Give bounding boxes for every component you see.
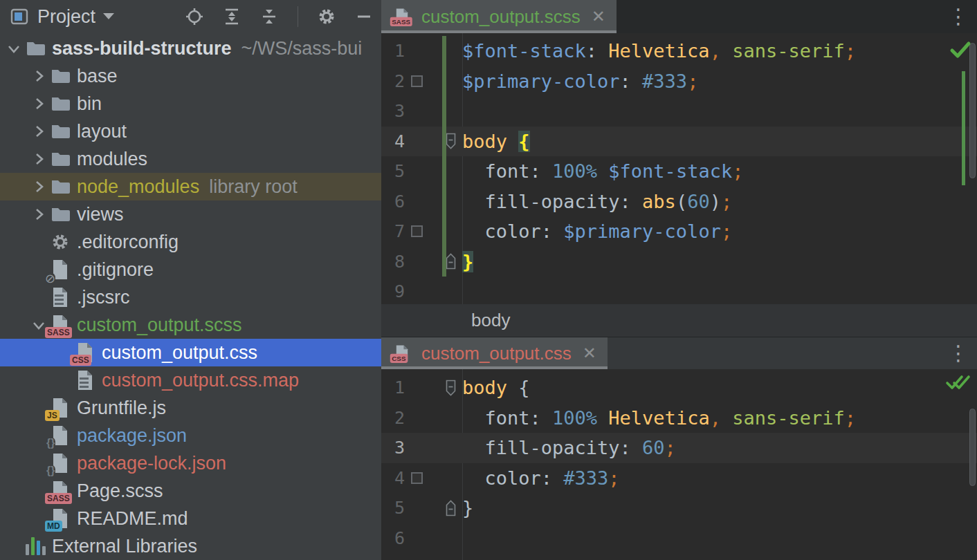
locate-icon[interactable] (184, 6, 205, 27)
line-number: 9 (381, 277, 405, 304)
inspections-ok-icon[interactable] (949, 40, 971, 62)
chevron-collapsed-icon[interactable] (28, 96, 49, 111)
code-line-3[interactable]: 3 (381, 96, 977, 127)
tree-item-modules[interactable]: modules (0, 145, 381, 173)
line-number: 7 (381, 216, 405, 247)
fold-marker-icon[interactable] (445, 252, 457, 270)
code-editor-css[interactable]: 1body {2 font: 100% Helvetica, sans-seri… (381, 369, 977, 560)
project-tree: sass-build-structure~/WS/sass-buibasebin… (0, 33, 381, 560)
tree-item-label: package.json (77, 425, 187, 447)
close-icon[interactable]: ✕ (592, 7, 605, 26)
code-text: } (462, 247, 977, 277)
chevron-collapsed-icon[interactable] (28, 179, 49, 194)
chevron-collapsed-icon[interactable] (28, 151, 49, 167)
gutter: 4 (381, 127, 462, 157)
code-line-9[interactable]: 9 (381, 277, 977, 304)
gear-icon (49, 230, 71, 254)
inspections-ok-icon[interactable] (945, 373, 971, 395)
project-view-selector[interactable]: Project (8, 5, 115, 28)
tree-item-package-lock-json[interactable]: {}package-lock.json (0, 449, 381, 477)
code-line-2[interactable]: 2$primary-color: #333; (381, 66, 977, 97)
chevron-expanded-icon[interactable] (3, 41, 24, 56)
gutter: 5 (381, 156, 462, 187)
scrollbar-thumb[interactable] (969, 409, 976, 486)
tree-item--editorconfig[interactable]: .editorconfig (0, 228, 381, 256)
chevron-collapsed-icon[interactable] (28, 207, 49, 222)
color-preview-chip[interactable] (411, 75, 423, 87)
line-number: 1 (381, 373, 405, 403)
tree-item-label: node_modules (77, 176, 199, 198)
tree-item-sass-build-structure[interactable]: sass-build-structure~/WS/sass-bui (0, 35, 381, 62)
tree-item--gitignore[interactable]: ⊘.gitignore (0, 256, 381, 283)
tree-item-node-modules[interactable]: node_moduleslibrary root (0, 173, 381, 200)
breadcrumb-item-body[interactable]: body (471, 310, 510, 331)
gutter: 3 (381, 433, 462, 463)
code-line-8[interactable]: 8} (381, 247, 977, 277)
tab-custom-output-scss[interactable]: SASS custom_output.scss ✕ (381, 0, 617, 33)
code-text: body { (462, 127, 977, 157)
tree-item-label: Gruntfile.js (77, 398, 166, 419)
tree-item--jscsrc[interactable]: .jscsrc (0, 283, 381, 311)
collapse-all-icon[interactable] (259, 6, 280, 27)
tree-item-layout[interactable]: layout (0, 118, 381, 145)
code-editor-scss[interactable]: 1$font-stack: Helvetica, sans-serif;2$pr… (381, 33, 977, 304)
settings-icon[interactable] (316, 6, 337, 27)
tree-item-base[interactable]: base (0, 62, 381, 90)
tree-item-bin[interactable]: bin (0, 90, 381, 118)
code-line-5[interactable]: 5 font: 100% $font-stack; (381, 156, 977, 187)
fold-marker-icon[interactable] (445, 379, 457, 397)
tree-item-external-libraries[interactable]: External Libraries (0, 532, 381, 560)
code-line-6[interactable]: 6 (381, 523, 977, 554)
tree-item-custom-output-scss[interactable]: SASScustom_output.scss (0, 311, 381, 339)
code-line-4[interactable]: 4 color: #333; (381, 463, 977, 494)
code-line-4[interactable]: 4body { (381, 127, 977, 157)
close-icon[interactable]: ✕ (583, 344, 596, 363)
code-line-5[interactable]: 5} (381, 493, 977, 523)
toolbar-icons (184, 6, 374, 27)
tree-item-label: custom_output.css.map (102, 370, 299, 391)
kebab-menu-icon[interactable]: ⋮ (944, 343, 973, 364)
tab-label: custom_output.css (421, 343, 572, 364)
gutter: 1 (381, 36, 462, 66)
code-line-1[interactable]: 1$font-stack: Helvetica, sans-serif; (381, 36, 977, 66)
tree-item-custom-output-css-map[interactable]: custom_output.css.map (0, 366, 381, 394)
tree-item-views[interactable]: views (0, 200, 381, 228)
color-preview-chip[interactable] (411, 472, 423, 484)
hide-icon[interactable] (354, 6, 374, 27)
file-css-icon: CSS (74, 341, 96, 364)
expand-all-icon[interactable] (221, 6, 242, 27)
tree-item-readme-md[interactable]: MDREADME.md (0, 505, 381, 532)
tree-item-package-json[interactable]: {}package.json (0, 422, 381, 449)
folder-icon (49, 203, 71, 226)
chevron-down-icon (102, 10, 115, 23)
file-sass-icon: SASS (49, 313, 71, 337)
code-line-2[interactable]: 2 font: 100% Helvetica, sans-serif; (381, 403, 977, 433)
tree-item-gruntfile-js[interactable]: JSGruntfile.js (0, 394, 381, 422)
breadcrumb: body (381, 304, 977, 337)
gutter: 6 (381, 187, 462, 217)
vcs-change-bar[interactable] (442, 36, 446, 277)
tree-item-label: .gitignore (77, 259, 154, 281)
code-line-7[interactable]: 7 color: $primary-color; (381, 216, 977, 247)
code-line-1[interactable]: 1body { (381, 373, 977, 403)
tree-item-label: base (77, 66, 118, 87)
gutter: 6 (381, 523, 462, 554)
code-line-6[interactable]: 6 fill-opacity: abs(60); (381, 187, 977, 217)
scrollbar-thumb[interactable] (969, 43, 976, 178)
tree-item-custom-output-css[interactable]: CSScustom_output.css (0, 339, 381, 366)
fold-marker-icon[interactable] (445, 499, 457, 517)
vcs-error-stripe (962, 71, 965, 185)
chevron-collapsed-icon[interactable] (28, 68, 49, 84)
toolbar-separator (298, 6, 298, 27)
project-toolbar: Project (0, 0, 381, 33)
tab-custom-output-css[interactable]: CSS custom_output.css ✕ (381, 337, 608, 369)
fold-marker-icon[interactable] (445, 132, 457, 150)
tree-item-page-scss[interactable]: SASSPage.scss (0, 477, 381, 505)
line-number: 2 (381, 66, 405, 97)
chevron-collapsed-icon[interactable] (28, 124, 49, 139)
line-number: 3 (381, 433, 405, 463)
tree-item-label: views (77, 204, 124, 225)
code-line-3[interactable]: 3 fill-opacity: 60; (381, 433, 977, 463)
color-preview-chip[interactable] (411, 225, 423, 237)
kebab-menu-icon[interactable]: ⋮ (944, 6, 973, 27)
